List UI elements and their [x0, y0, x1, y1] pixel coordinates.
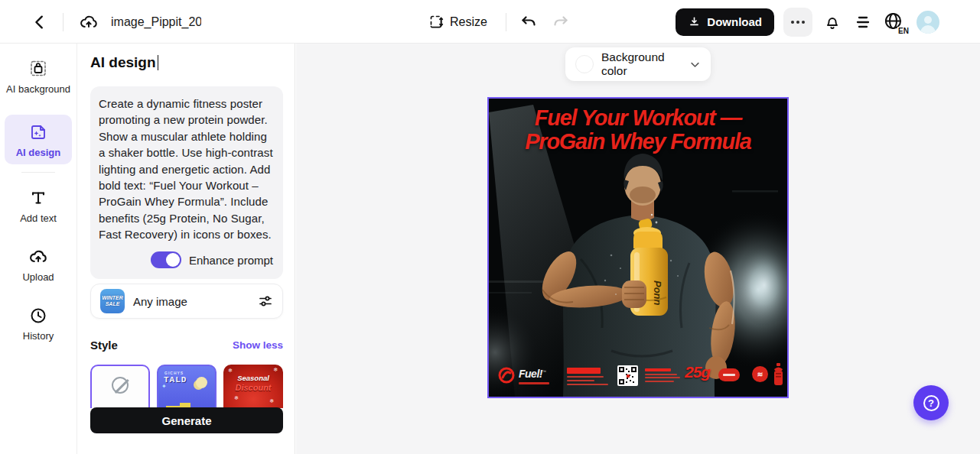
redo-button[interactable]: [551, 12, 571, 32]
redo-icon: [552, 13, 570, 31]
page-title: AI design: [90, 54, 158, 71]
image-type-label: Any image: [133, 295, 249, 308]
enhance-prompt-toggle[interactable]: [151, 251, 181, 268]
rail-divider: [21, 172, 55, 173]
image-type-thumbnail: WINTERSALE: [100, 289, 125, 313]
snowflake: ❄: [234, 395, 239, 401]
more-options-button[interactable]: [783, 8, 812, 37]
topbar-divider: [506, 13, 506, 31]
enhance-prompt-label: Enhance prompt: [189, 254, 273, 267]
qr-code: [617, 365, 638, 386]
style-option-seasonal-discount[interactable]: Seasonal Discount ❄ ❄ ❄ ❄: [223, 365, 283, 408]
document-title[interactable]: image_Pippit_20: [111, 15, 201, 29]
print-icon[interactable]: [852, 11, 874, 33]
sidebar-item-ai-design[interactable]: AI design: [5, 115, 72, 164]
add-text-icon: [28, 188, 48, 208]
brand-name: Fuel!: [519, 368, 542, 380]
pixel-moon: [196, 377, 207, 388]
resize-icon: [428, 14, 444, 30]
back-button[interactable]: [23, 5, 57, 39]
style-options: GICHYS TALD ✦ Seasonal Discount ❄ ❄ ❄ ❄: [90, 365, 283, 408]
ai-design-icon: [28, 122, 48, 142]
color-swatch: [575, 55, 594, 73]
none-icon: [112, 377, 129, 394]
style-thumb-subtext: Discount: [223, 383, 283, 392]
ai-design-panel: AI design Create a dynamic fitness poste…: [78, 44, 295, 454]
top-bar: image_Pippit_20 Resize Download EN: [0, 0, 980, 44]
history-clock-icon: [28, 306, 48, 326]
sidebar-item-ai-background[interactable]: AI background: [5, 51, 72, 101]
sidebar-item-label: Upload: [22, 271, 54, 283]
brand-swirl-icon: [498, 367, 515, 384]
shaker-bottle-icon: [773, 363, 784, 389]
poster-artwork[interactable]: Ponn Fuel Your Workout — ProGain Whey Fo…: [487, 97, 789, 398]
poster-info-block: [645, 368, 680, 382]
download-button[interactable]: Download: [676, 8, 774, 36]
background-color-label: Background color: [601, 50, 682, 78]
poster-badge-oval: [718, 368, 740, 381]
settings-sliders-icon[interactable]: [258, 293, 273, 309]
tool-rail: AI background AI design Add text Upload …: [0, 44, 77, 454]
download-label: Download: [707, 15, 762, 28]
pixel-sparkle: ✦: [161, 383, 167, 390]
undo-icon: [519, 13, 538, 31]
image-type-selector[interactable]: WINTERSALE Any image: [90, 284, 283, 319]
resize-button[interactable]: Resize: [428, 14, 487, 30]
language-code: EN: [897, 27, 910, 35]
brand-tagline-bar: [519, 382, 549, 384]
generate-button[interactable]: Generate: [90, 407, 283, 433]
style-option-pixel-art[interactable]: GICHYS TALD ✦: [157, 365, 217, 408]
back-chevron-icon: [31, 14, 48, 31]
sidebar-item-upload[interactable]: Upload: [5, 239, 72, 289]
download-icon: [688, 15, 701, 28]
poster-footer: Fuel!™ 25g ≋: [489, 363, 787, 392]
avatar[interactable]: [917, 11, 939, 34]
notifications-bell-icon[interactable]: [822, 11, 843, 33]
snowflake: ❄: [228, 368, 233, 374]
style-section-title: Style: [90, 339, 118, 352]
background-color-dropdown[interactable]: Background color: [565, 47, 711, 81]
upload-cloud-icon: [28, 247, 48, 267]
poster-info-block: [567, 368, 608, 385]
resize-label: Resize: [450, 15, 487, 29]
text-caret: [158, 55, 159, 70]
sidebar-item-add-text[interactable]: Add text: [5, 180, 72, 230]
editor-canvas[interactable]: Background color: [296, 44, 980, 454]
undo-button[interactable]: [519, 12, 539, 32]
style-thumb-text: Seasonal: [223, 374, 283, 382]
snowflake: ❄: [273, 367, 278, 373]
prompt-textarea[interactable]: Create a dynamic fitness poster promotin…: [90, 86, 283, 279]
question-mark-icon: ?: [923, 395, 939, 411]
show-less-link[interactable]: Show less: [233, 339, 283, 351]
poster-headline: Fuel Your Workout — ProGain Whey Formula: [495, 105, 781, 153]
sidebar-item-label: AI design: [16, 147, 61, 158]
sidebar-item-label: History: [23, 330, 54, 342]
language-globe-icon[interactable]: EN: [883, 11, 907, 34]
sidebar-item-label: AI background: [6, 83, 70, 95]
chevron-down-icon: [689, 59, 701, 70]
cloud-sync-icon[interactable]: [77, 11, 100, 34]
help-button[interactable]: ?: [913, 385, 949, 420]
svg-text:Ponn: Ponn: [652, 281, 663, 306]
snowflake: ❄: [269, 398, 274, 404]
prompt-text: Create a dynamic fitness poster promotin…: [99, 96, 275, 243]
topbar-divider: [63, 13, 63, 31]
style-option-none[interactable]: [90, 365, 150, 408]
ai-background-icon: [28, 59, 48, 79]
sidebar-item-history[interactable]: History: [5, 298, 72, 348]
sidebar-item-label: Add text: [20, 212, 57, 224]
poster-badge-circle: ≋: [752, 366, 768, 382]
poster-brand-logo: Fuel!™: [498, 367, 549, 384]
style-thumb-text: TALD: [164, 375, 187, 384]
protein-value: 25g: [685, 363, 710, 381]
